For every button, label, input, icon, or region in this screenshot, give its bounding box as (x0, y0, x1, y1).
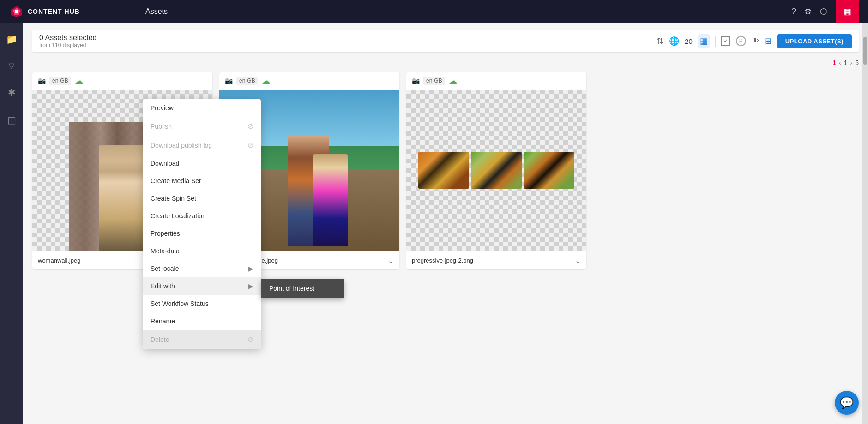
header-divider (715, 36, 716, 47)
ctx-edit-with[interactable]: Edit with ▶ (143, 277, 261, 295)
sidebar-filter-icon[interactable]: ▽ (5, 58, 18, 74)
header-controls: ⇅ 🌐 20 ▦ ✓ P 👁 ⊞ UPLOAD ASSET(S) (657, 34, 852, 48)
ctx-edit-arrow: ▶ (248, 282, 253, 290)
context-menu: Preview Publish ⊘ Download publish log ⊘… (143, 99, 261, 349)
cloud-icon-outdoor: ☁ (262, 76, 270, 86)
card-footer-tiger: progressive-jpeg-2.png ⌄ (406, 251, 586, 269)
locale-badge-outdoor: en-GB (236, 77, 258, 85)
brand-title: CONTENT HUB (28, 8, 80, 15)
card-expand-tiger[interactable]: ⌄ (575, 256, 581, 265)
ctx-metadata-label: Meta-data (151, 247, 180, 255)
cloud-icon-tiger: ☁ (449, 76, 457, 86)
ctx-delete-disabled-icon: ⊘ (247, 335, 253, 344)
selected-count: 0 Assets selected (39, 34, 657, 42)
ctx-preview[interactable]: Preview (143, 99, 261, 117)
ctx-create-media-set[interactable]: Create Media Set (143, 172, 261, 190)
point-of-interest-label: Point of Interest (269, 285, 314, 292)
ctx-media-set-label: Create Media Set (151, 177, 201, 185)
ctx-delete: Delete ⊘ (143, 330, 261, 349)
submenu-point-of-interest[interactable]: Point of Interest (261, 279, 344, 298)
topnav-icon-group: ? ⚙ ⬡ ▦ (782, 0, 868, 23)
grid-view-icon[interactable]: ▦ (836, 0, 859, 23)
scrollbar-thumb[interactable] (863, 37, 867, 65)
ctx-preview-label: Preview (151, 104, 174, 112)
ctx-locale-label: Set locale (151, 265, 179, 272)
sort-icon[interactable]: ⇅ (657, 36, 663, 46)
submenu-edit-with: Point of Interest (261, 279, 344, 298)
ctx-publish: Publish ⊘ (143, 117, 261, 136)
ctx-spin-set-label: Create Spin Set (151, 195, 196, 202)
scrollbar-track[interactable] (862, 23, 868, 424)
assets-count-area: 0 Assets selected from 110 displayed (39, 34, 657, 48)
eye-toggle-icon[interactable]: 👁 (752, 37, 759, 45)
per-page-count[interactable]: 20 (685, 37, 693, 45)
locale-badge-tiger: en-GB (423, 77, 445, 85)
assets-header-bar: 0 Assets selected from 110 displayed ⇅ 🌐… (32, 30, 859, 52)
ctx-log-disabled-icon: ⊘ (247, 141, 253, 149)
upload-assets-button[interactable]: UPLOAD ASSET(S) (777, 34, 852, 48)
brand-area: CONTENT HUB (0, 4, 136, 19)
sidebar-folder-icon[interactable]: 📁 (2, 30, 21, 48)
ctx-publish-label: Publish (151, 123, 172, 130)
brand-logo-icon (9, 4, 24, 19)
sidebar-package-icon[interactable]: ◫ (4, 111, 20, 129)
ctx-publish-disabled-icon: ⊘ (247, 122, 253, 131)
ctx-locale-arrow: ▶ (248, 265, 253, 272)
ctx-properties[interactable]: Properties (143, 225, 261, 242)
settings-icon[interactable]: ⚙ (804, 6, 812, 17)
asset-card-tiger: 📷 en-GB ☁ progressive-jpeg-2.png ⌄ (406, 72, 586, 269)
locale-badge-woman: en-GB (49, 77, 71, 85)
prev-page-arrow[interactable]: ‹ (839, 59, 841, 66)
cloud-icon-woman: ☁ (75, 76, 83, 86)
tiger-thumb-2 (471, 152, 522, 189)
ctx-set-workflow[interactable]: Set Workflow Status (143, 295, 261, 312)
pagination-bar: 1 ‹ 1 › 6 (32, 59, 859, 66)
ctx-create-spin-set[interactable]: Create Spin Set (143, 190, 261, 207)
chatbot-icon: 💬 (840, 396, 854, 409)
grid-layout-icon[interactable]: ▦ (698, 34, 710, 48)
publish-status-icon[interactable]: P (736, 36, 746, 46)
ctx-rename-label: Rename (151, 317, 175, 325)
section-title: Assets (136, 7, 782, 16)
card-expand-outdoor[interactable]: ⌄ (388, 256, 394, 265)
ctx-download-log-label: Download publish log (151, 142, 212, 149)
camera-icon-outdoor: 📷 (225, 77, 233, 84)
globe-icon[interactable]: 🌐 (669, 36, 679, 46)
ctx-properties-label: Properties (151, 230, 180, 237)
displayed-count: from 110 displayed (39, 42, 657, 48)
ctx-delete-label: Delete (151, 336, 169, 343)
camera-icon-woman: 📷 (38, 77, 46, 84)
tiger-thumb-3 (524, 152, 574, 189)
tiger-thumb-1 (418, 152, 469, 189)
checkerboard-icon[interactable]: ⊞ (765, 36, 772, 46)
filename-tiger: progressive-jpeg-2.png (412, 257, 575, 264)
ctx-localization-label: Create Localization (151, 212, 206, 220)
select-all-icon[interactable]: ✓ (721, 36, 730, 46)
ctx-metadata[interactable]: Meta-data (143, 242, 261, 260)
card-image-tiger (406, 90, 586, 251)
current-page[interactable]: 1 (832, 59, 836, 66)
card-header-tiger: 📷 en-GB ☁ (406, 72, 586, 90)
page-separator: 1 (844, 59, 848, 66)
ctx-create-localization[interactable]: Create Localization (143, 207, 261, 225)
ctx-download[interactable]: Download (143, 155, 261, 172)
ctx-download-label: Download (151, 160, 179, 167)
top-navigation: CONTENT HUB Assets ? ⚙ ⬡ ▦ (0, 0, 868, 23)
chatbot-button[interactable]: 💬 (835, 391, 859, 415)
svg-point-2 (15, 10, 18, 13)
next-page-arrow[interactable]: › (850, 59, 853, 66)
ctx-rename[interactable]: Rename (143, 312, 261, 330)
ctx-workflow-label: Set Workflow Status (151, 300, 209, 307)
camera-icon-tiger: 📷 (412, 77, 420, 84)
total-pages: 6 (855, 59, 859, 66)
export-icon[interactable]: ⬡ (820, 6, 827, 17)
ctx-edit-with-label: Edit with (151, 282, 175, 290)
card-header-outdoor: 📷 en-GB ☁ (219, 72, 399, 90)
sidebar: 📁 ▽ ✱ ◫ (0, 23, 23, 424)
card-header-woman: 📷 en-GB ☁ (32, 72, 212, 90)
ctx-set-locale[interactable]: Set locale ▶ (143, 260, 261, 277)
sidebar-tools-icon[interactable]: ✱ (4, 83, 19, 102)
help-icon[interactable]: ? (791, 7, 796, 17)
ctx-download-publish-log: Download publish log ⊘ (143, 136, 261, 155)
